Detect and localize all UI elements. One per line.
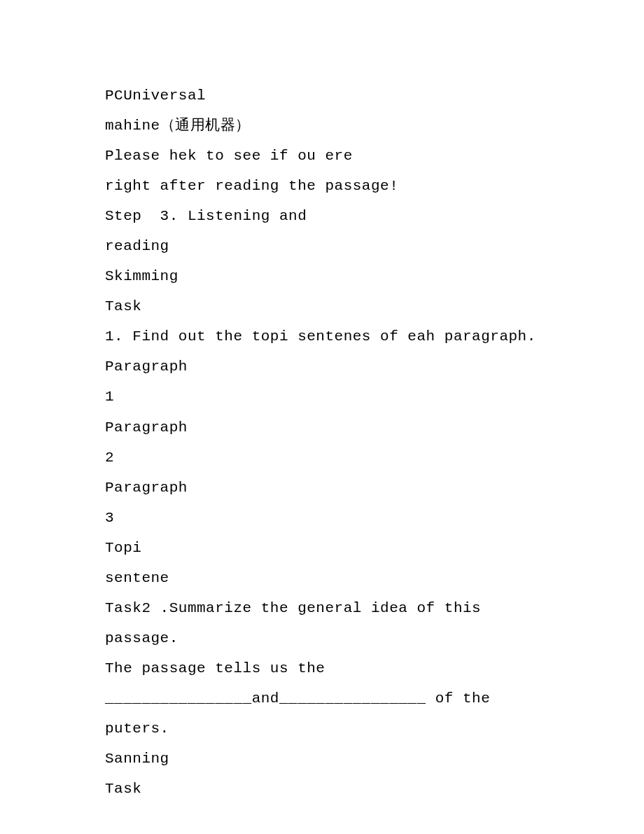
text-line: Task2 .Summarize the general idea of thi… <box>105 593 644 623</box>
text-line: Step 3. Listening and <box>105 201 644 231</box>
text-line: Task <box>105 774 644 804</box>
text-line: Skimming <box>105 261 644 291</box>
text-line: 2 <box>105 443 644 473</box>
text-line: ________________and________________ of t… <box>105 683 644 714</box>
text-line: 1. Find out the topi sentenes of eah par… <box>105 321 644 352</box>
text-line: Paragraph <box>105 473 644 503</box>
text-line: Topi <box>105 533 644 563</box>
text-line: Task <box>105 291 644 321</box>
text-line: right after reading the passage! <box>105 171 644 201</box>
text-line: Paragraph <box>105 412 644 443</box>
text-line: Sanning <box>105 744 644 774</box>
text-line: PCUniversal <box>105 81 644 111</box>
text-line: mahine（通用机器） <box>105 111 644 141</box>
text-line: reading <box>105 231 644 261</box>
text-line: Please hek to see if ou ere <box>105 141 644 171</box>
text-line: puters. <box>105 714 644 744</box>
text-line: The passage tells us the <box>105 653 644 683</box>
text-line: sentene <box>105 563 644 593</box>
text-line: 3 <box>105 503 644 533</box>
text-line: passage. <box>105 623 644 653</box>
text-line: 1 <box>105 382 644 412</box>
text-line: Paragraph <box>105 352 644 382</box>
